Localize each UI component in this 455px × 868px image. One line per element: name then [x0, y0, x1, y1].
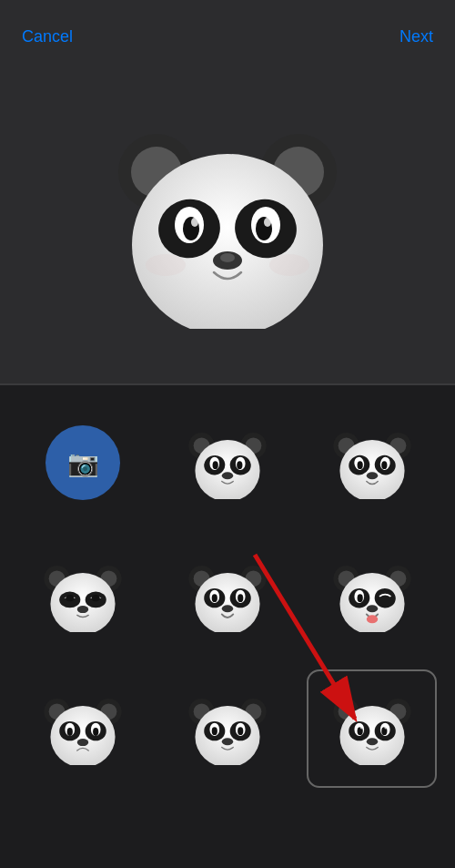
- panda-face-1: [187, 426, 268, 499]
- svg-point-33: [339, 440, 404, 499]
- svg-point-50: [77, 606, 88, 613]
- panda-item-selected[interactable]: [307, 669, 437, 788]
- next-button[interactable]: Next: [399, 27, 433, 46]
- panda-grid: 📷: [18, 403, 437, 788]
- svg-point-111: [366, 738, 377, 745]
- camera-cell[interactable]: 📷: [18, 403, 148, 522]
- svg-point-85: [77, 739, 88, 746]
- cancel-button[interactable]: Cancel: [22, 27, 73, 46]
- panda-face-7: [187, 692, 268, 765]
- panda-face-2: [331, 426, 413, 499]
- svg-point-109: [359, 725, 363, 729]
- svg-point-72: [366, 605, 377, 612]
- svg-point-28: [222, 472, 233, 479]
- svg-point-78: [51, 706, 116, 765]
- panda-face-6: [42, 692, 124, 765]
- svg-point-48: [66, 595, 75, 601]
- svg-point-84: [93, 728, 98, 736]
- svg-point-96: [238, 727, 243, 735]
- svg-point-38: [357, 461, 362, 469]
- svg-point-39: [381, 461, 387, 469]
- svg-point-110: [384, 725, 388, 729]
- bottom-section: 📷: [0, 385, 455, 862]
- panda-face-3: [42, 559, 124, 632]
- panda-item-3[interactable]: [18, 536, 148, 655]
- panda-item-6[interactable]: [18, 669, 148, 788]
- preview-area: [0, 56, 455, 383]
- svg-point-83: [67, 728, 73, 736]
- svg-point-26: [213, 461, 218, 469]
- top-bar: Cancel Next: [0, 0, 455, 56]
- svg-point-97: [222, 738, 233, 745]
- panda-item-2[interactable]: [307, 403, 437, 522]
- svg-point-15: [146, 254, 186, 276]
- svg-point-60: [212, 594, 217, 602]
- svg-point-21: [195, 440, 259, 499]
- svg-point-55: [195, 573, 259, 632]
- svg-point-71: [357, 594, 362, 602]
- panda-item-1[interactable]: [163, 403, 293, 522]
- panda-face-selected: [331, 692, 413, 765]
- panda-item-5[interactable]: [307, 536, 437, 655]
- svg-point-4: [132, 154, 323, 329]
- svg-point-67: [339, 573, 404, 632]
- svg-point-11: [191, 218, 198, 227]
- panda-item-7[interactable]: [163, 669, 293, 788]
- panda-face-4: [187, 559, 268, 632]
- svg-point-73: [366, 615, 377, 623]
- svg-point-62: [222, 605, 233, 612]
- svg-point-27: [237, 461, 242, 469]
- svg-point-90: [195, 706, 259, 765]
- svg-point-102: [339, 706, 404, 765]
- panda-face-5: [331, 559, 413, 632]
- svg-point-49: [92, 595, 100, 601]
- camera-icon: 📷: [67, 448, 99, 478]
- svg-point-61: [238, 594, 243, 602]
- svg-point-14: [220, 253, 235, 262]
- panda-preview: [109, 110, 346, 329]
- svg-point-95: [212, 727, 217, 735]
- svg-point-16: [269, 254, 309, 276]
- panda-item-4[interactable]: [163, 536, 293, 655]
- svg-point-12: [264, 218, 271, 227]
- svg-point-40: [366, 472, 377, 479]
